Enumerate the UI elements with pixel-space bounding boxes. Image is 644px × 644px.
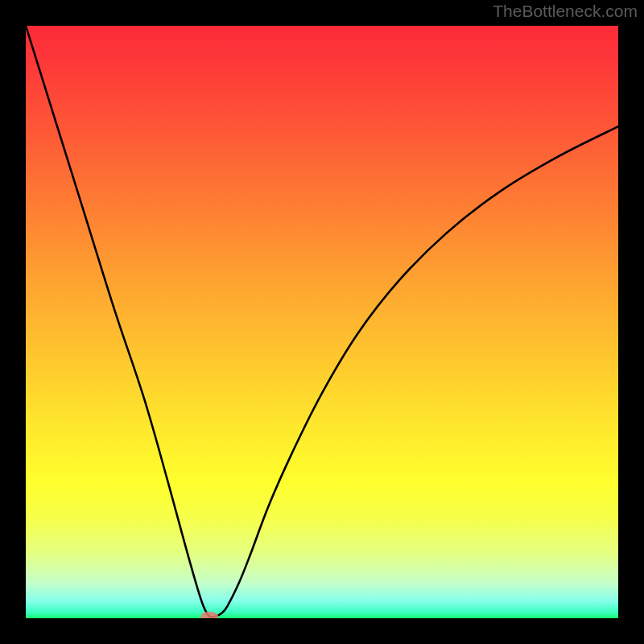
watermark-text: TheBottleneck.com	[493, 2, 638, 21]
minimum-marker	[200, 612, 218, 618]
plot-area	[26, 26, 618, 618]
bottleneck-curve	[26, 26, 618, 617]
chart-frame: TheBottleneck.com	[0, 0, 644, 644]
curve-layer	[26, 26, 618, 618]
